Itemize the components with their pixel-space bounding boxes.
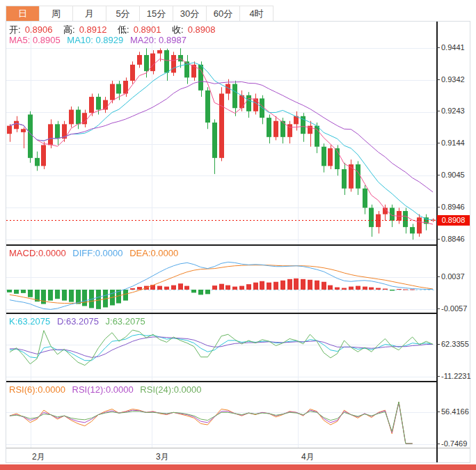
tab-daily[interactable]: 日	[6, 6, 40, 22]
y-tick-label: 0.0037	[441, 272, 470, 281]
ma5-value: MA5: 0.8905	[9, 35, 61, 45]
rsi24-value: RSI(24):0.0000	[140, 384, 201, 395]
close-value: 0.8908	[188, 24, 216, 35]
x-axis: 2月 3月 4月	[6, 448, 470, 463]
current-price-badge: 0.8908	[437, 215, 470, 226]
d-value: D:63.2075	[57, 316, 99, 327]
x-tick-label: 2月	[32, 451, 45, 463]
tab-30min[interactable]: 30分	[173, 6, 207, 22]
macd-value: MACD:0.0000	[9, 248, 66, 258]
low-label: 低:	[118, 24, 129, 35]
period-toolbar: 日 周 月 5分 15分 30分 60分 4时	[6, 6, 273, 22]
rsi12-value: RSI(12):0.0000	[72, 384, 134, 395]
ma20-value: MA20: 0.8987	[130, 35, 187, 45]
panel-separator	[6, 244, 436, 246]
bottom-accent-bar	[0, 464, 476, 470]
kdj-header: K:63.2075 D:63.2075 J:63.2075	[9, 316, 150, 327]
tab-weekly[interactable]: 周	[40, 6, 73, 22]
chart-area: 开:0.8906 高:0.8912 低:0.8901 收:0.8908 MA5:…	[6, 21, 470, 463]
high-value: 0.8912	[79, 24, 107, 35]
y-axis-line	[436, 22, 438, 462]
y-tick-label: 0.9342	[441, 75, 470, 84]
y-tick-label: 0.9243	[441, 107, 470, 115]
y-tick-label: 56.4166	[441, 407, 470, 416]
y-tick-label: -11.2231	[441, 372, 470, 380]
tab-60min[interactable]: 60分	[207, 6, 240, 22]
diff-value: DIFF:0.0000	[72, 248, 122, 258]
y-tick-label: -0.0057	[441, 304, 470, 313]
open-value: 0.8906	[25, 24, 53, 35]
y-tick-label: 62.3355	[441, 340, 470, 348]
y-tick-label: -0.7469	[441, 439, 470, 448]
y-tick-label: 0.9144	[441, 139, 470, 147]
tab-15min[interactable]: 15分	[140, 6, 173, 22]
high-label: 高:	[63, 24, 75, 35]
panel-separator	[6, 381, 436, 382]
x-tick-label: 4月	[301, 451, 315, 463]
open-label: 开:	[9, 24, 21, 35]
j-value: J:63.2075	[106, 316, 145, 327]
panel-separator	[6, 313, 436, 314]
close-label: 收:	[172, 24, 184, 35]
forex-chart-widget: 日 周 月 5分 15分 30分 60分 4时 开:0.8906 高:0.891…	[0, 0, 476, 470]
candlestick-canvas[interactable]	[6, 22, 436, 245]
tab-5min[interactable]: 5分	[106, 6, 140, 22]
rsi-header: RSI(6):0.0000 RSI(12):0.0000 RSI(24):0.0…	[9, 384, 206, 395]
y-tick-label: 0.8846	[441, 235, 470, 243]
dea-value: DEA:0.0000	[129, 248, 178, 258]
tab-4hour[interactable]: 4时	[240, 6, 273, 22]
ma-header: MA5: 0.8905 MA10: 0.8929 MA20: 0.8987	[9, 35, 191, 45]
rsi6-value: RSI(6):0.0000	[9, 384, 65, 395]
y-tick-label: 0.9441	[441, 43, 470, 52]
macd-header: MACD:0.0000 DIFF:0.0000 DEA:0.0000	[9, 248, 182, 258]
x-tick-label: 3月	[156, 451, 169, 463]
y-tick-label: 0.8946	[441, 203, 470, 211]
low-value: 0.8901	[134, 24, 161, 35]
ma10-value: MA10: 0.8929	[67, 35, 123, 45]
k-value: K:63.2075	[9, 316, 50, 327]
tab-monthly[interactable]: 月	[73, 6, 106, 22]
y-tick-label: 0.9045	[441, 171, 470, 179]
